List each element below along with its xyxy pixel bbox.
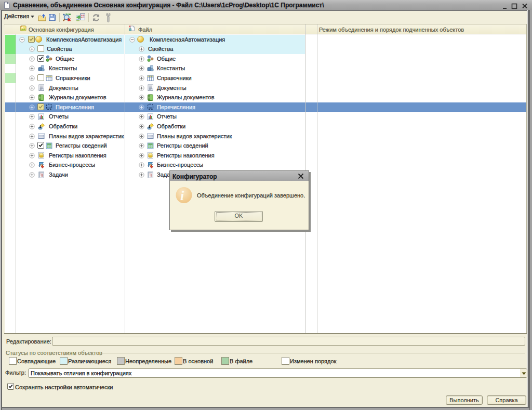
svg-text:i: i: [180, 188, 184, 203]
